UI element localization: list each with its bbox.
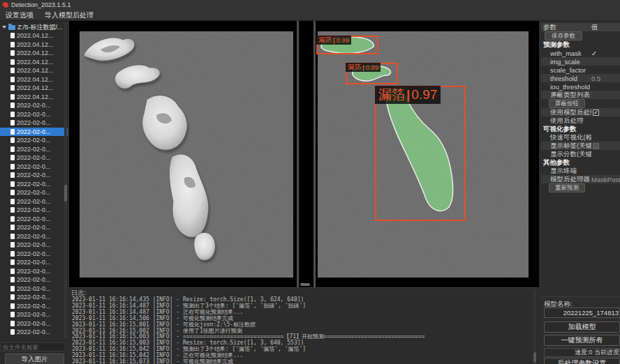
file-icon [10, 268, 15, 274]
postprocess-settings-button[interactable]: 后处理参数设置 [544, 358, 620, 364]
param-row[interactable]: 快速可视化(检测) [541, 133, 620, 142]
tree-item[interactable]: 2022.04.12... [0, 93, 68, 102]
param-row[interactable]: img_scale [541, 57, 620, 66]
tree-item[interactable]: 2022-02-0... [0, 119, 68, 128]
tree-item[interactable]: 2022-02-0... [0, 110, 68, 119]
param-row[interactable]: 显示分数(关键点) [541, 150, 620, 158]
tree-item[interactable]: 2022-02-0... [0, 328, 68, 337]
param-name: 模型后处理器 [541, 175, 591, 184]
file-icon [10, 242, 15, 248]
tree-item[interactable]: 2022-02-0... [0, 285, 68, 294]
param-checkbox[interactable]: ✓ [593, 109, 599, 116]
tree-item[interactable]: 2022-02-0... [0, 310, 68, 319]
image-viewports: 漏箔|0.99漏箔|0.89漏箔|0.97 [69, 21, 539, 287]
tree-item-list: 2022.04.12...2022.04.12...2022.04.12...2… [0, 31, 68, 337]
menu-item-0[interactable]: 设置选项 [6, 10, 34, 20]
tree-item-label: 2022.04.12... [17, 41, 54, 48]
tree-item[interactable]: 2022.04.12... [0, 75, 68, 84]
save-params-button[interactable]: 保存参数 [545, 31, 582, 40]
tree-item[interactable]: 2022.04.12... [0, 58, 68, 67]
file-icon [10, 85, 15, 91]
file-icon [10, 312, 15, 317]
param-name: 屏蔽类型列表 [541, 91, 591, 100]
param-button-row: 重新预测 [541, 183, 620, 192]
tree-item[interactable]: 2022-02-0... [0, 206, 68, 215]
tree-item[interactable]: 2022-02-0... [0, 223, 68, 232]
param-row[interactable]: with_mask✓ [541, 49, 620, 57]
param-value: 0.5 [591, 75, 620, 82]
log-scrollbar-thumb[interactable] [533, 352, 536, 363]
model-name-field[interactable]: 20221225_174813 [544, 308, 620, 318]
param-name: threshold [541, 75, 591, 82]
log-lines[interactable]: 2023-01-11 16:16:14,435 |INFO| - Resize:… [72, 297, 425, 364]
param-button[interactable]: 屏蔽按钮 [549, 99, 585, 108]
tree-item[interactable]: 2022-02-0... [0, 319, 68, 328]
file-icon [10, 42, 15, 47]
tree-item[interactable]: 2022.04.12... [0, 31, 68, 40]
tree-item[interactable]: 2022-02-0... [0, 232, 68, 241]
param-row[interactable]: iou_threshold [541, 82, 620, 91]
log-scrollbar[interactable] [533, 289, 536, 363]
tree-item[interactable]: 2022-02-0... [0, 215, 68, 224]
param-row[interactable]: 显示标签(关键点) [541, 142, 620, 150]
param-section-title: 预测参数 [541, 40, 620, 49]
param-button[interactable]: 重新预测 [549, 183, 585, 192]
tree-item-label: 2022-02-0... [17, 328, 51, 335]
tree-item[interactable]: 2022-02-0... [0, 136, 68, 145]
tree-root-folder[interactable]: Z:/5-标注数据/... [0, 23, 68, 31]
tree-item[interactable]: 2022.04.12... [0, 84, 68, 93]
detection-layer: 漏箔|0.99漏箔|0.89漏箔|0.97 [318, 31, 529, 278]
tree-item[interactable]: 2022.04.12... [0, 49, 68, 58]
param-checkbox[interactable] [593, 143, 599, 149]
param-row[interactable]: scale_factor [541, 66, 620, 74]
tree-item[interactable]: 2022-02-0... [0, 267, 68, 276]
param-rows: 预测参数with_mask✓img_scalescale_factorthres… [541, 40, 620, 192]
tree-item[interactable]: 2022-02-0... [0, 250, 68, 259]
left-view-scrollbar[interactable] [297, 21, 299, 287]
tree-item-label: 2022.04.12... [17, 93, 54, 100]
file-icon [10, 207, 15, 213]
param-row[interactable]: 屏蔽类型列表 [541, 91, 620, 99]
tree-item[interactable]: 2022-02-0... [0, 302, 68, 311]
tree-item[interactable]: 2022.04.12... [0, 66, 68, 75]
tree-item-label: 2022-02-0... [17, 250, 51, 257]
original-image-view[interactable] [80, 31, 293, 278]
tree-item-label: 2022-02-0... [17, 111, 51, 118]
prediction-image-view[interactable]: 漏箔|0.99漏箔|0.89漏箔|0.97 [318, 31, 529, 278]
load-model-button[interactable]: 加载模型 [544, 321, 620, 333]
tree-scrollbar[interactable] [64, 23, 67, 338]
window-title: Detection_2023.1.5.1 [11, 1, 71, 8]
tree-item[interactable]: 2022-02-0... [0, 188, 68, 197]
predict-all-button[interactable]: 一键预测所有 [544, 335, 620, 346]
param-name: 显示分数(关键点) [541, 150, 591, 159]
expand-arrow-icon[interactable] [2, 26, 6, 29]
param-row[interactable]: 使用模型后处理✓ [541, 108, 620, 116]
menu-item-1[interactable]: 导入模型后处理 [45, 10, 94, 20]
search-input[interactable] [1, 342, 66, 351]
param-table-header: 参数 值 [541, 23, 620, 31]
param-row[interactable]: 模型后处理器MaskPostPro [541, 175, 620, 183]
tree-item[interactable]: 2022-02-0... [0, 197, 68, 206]
param-row[interactable]: 使用后处理 [541, 116, 620, 125]
tree-item[interactable]: 2022-02-0... [0, 241, 68, 250]
splitter-handle[interactable] [300, 283, 310, 286]
param-row[interactable]: threshold0.5 [541, 74, 620, 82]
tree-item[interactable]: 2022-02-0... [0, 162, 68, 172]
tree-item[interactable]: 2022-02-0... [0, 180, 68, 189]
file-icon [10, 112, 15, 117]
tree-item[interactable]: 2022-02-0... [0, 275, 68, 285]
view-splitter[interactable] [313, 21, 316, 287]
file-icon [10, 129, 15, 135]
tree-item[interactable]: 2022-02-0... [0, 153, 68, 162]
tree-item[interactable]: 2022-02-0... [0, 128, 68, 137]
tree-item[interactable]: 2022-02-0... [0, 171, 68, 180]
tree-item[interactable]: 2022-02-0... [0, 101, 68, 110]
tree-scrollbar-thumb[interactable] [64, 185, 67, 202]
tree-item[interactable]: 2022-02-0... [0, 293, 68, 302]
tree-item[interactable]: 2022-02-0... [0, 258, 68, 267]
tree-item[interactable]: 2022-02-0... [0, 145, 68, 154]
import-images-button[interactable]: 导入图片 [5, 354, 64, 364]
param-row[interactable]: 显示终端 [541, 167, 620, 175]
tree-item[interactable]: 2022.04.12... [0, 40, 68, 50]
tree-item-label: 2022-02-0... [17, 198, 51, 205]
